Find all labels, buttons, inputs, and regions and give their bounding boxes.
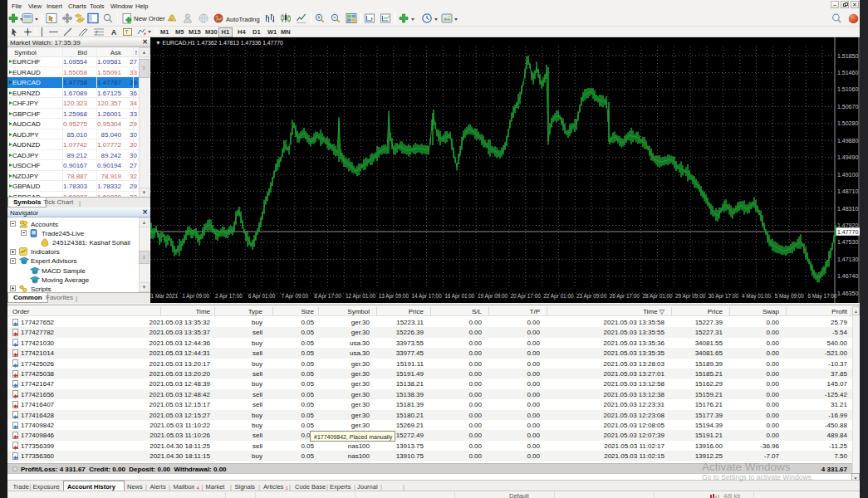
svg-text:T: T (125, 29, 129, 35)
svg-text:22 Apr 01:00: 22 Apr 01:00 (543, 293, 574, 300)
svg-text:1.48310: 1.48310 (837, 206, 858, 212)
svg-text:8 Apr 17:00: 8 Apr 17:00 (314, 293, 341, 300)
svg-text:28 Apr 01:00: 28 Apr 01:00 (642, 293, 673, 300)
svg-text:1.51850: 1.51850 (837, 53, 858, 59)
svg-text:30 Apr 17:00: 30 Apr 17:00 (709, 293, 739, 300)
svg-text:1.51460: 1.51460 (837, 70, 858, 76)
svg-text:1.49880: 1.49880 (837, 138, 858, 144)
svg-text:1.46740: 1.46740 (837, 273, 858, 279)
svg-text:▼ EURCAD,H1 1.47362 1.47813 1: ▼ EURCAD,H1 1.47362 1.47813 1.47336 1.47… (155, 40, 283, 46)
svg-text:1 Apr 09:00: 1 Apr 09:00 (182, 293, 209, 300)
svg-text:7 Apr 09:00: 7 Apr 09:00 (281, 293, 308, 300)
svg-text:29 Apr 09:00: 29 Apr 09:00 (675, 293, 706, 300)
svg-text:23 Apr 09:00: 23 Apr 09:00 (576, 293, 607, 300)
svg-text:16 Apr 01:00: 16 Apr 01:00 (444, 293, 475, 300)
svg-text:20 Apr 17:00: 20 Apr 17:00 (511, 293, 542, 300)
svg-text:19 Apr 09:00: 19 Apr 09:00 (478, 293, 508, 300)
svg-text:14 Apr 17:00: 14 Apr 17:00 (411, 293, 442, 300)
svg-text:6 Apr 01:00: 6 Apr 01:00 (248, 293, 276, 300)
svg-text:1.47130: 1.47130 (837, 256, 858, 262)
svg-text:6 May 17:00: 6 May 17:00 (807, 293, 837, 300)
svg-text:1.47770: 1.47770 (837, 229, 858, 235)
svg-text:1.46350: 1.46350 (837, 290, 858, 296)
svg-text:13 Apr 09:00: 13 Apr 09:00 (379, 293, 409, 300)
svg-text:31 Mar 2021: 31 Mar 2021 (150, 293, 178, 299)
svg-text:1.47920: 1.47920 (837, 222, 858, 228)
svg-text:1.49100: 1.49100 (837, 172, 858, 178)
svg-text:4 May 01:00: 4 May 01:00 (742, 293, 772, 300)
svg-text:f: f (96, 30, 98, 36)
svg-text:1.50280: 1.50280 (837, 120, 858, 126)
svg-text:1.47530: 1.47530 (837, 239, 858, 245)
svg-text:12 Apr 01:00: 12 Apr 01:00 (346, 293, 376, 300)
svg-text:1.48710: 1.48710 (837, 188, 858, 194)
svg-text:2 Apr 17:00: 2 Apr 17:00 (215, 293, 243, 300)
svg-text:1.51060: 1.51060 (837, 86, 858, 92)
svg-text:1.50670: 1.50670 (837, 104, 858, 110)
svg-text:26 Apr 17:00: 26 Apr 17:00 (610, 293, 640, 300)
svg-text:5 May 09:00: 5 May 09:00 (775, 293, 805, 300)
svg-text:1.49490: 1.49490 (837, 154, 858, 160)
